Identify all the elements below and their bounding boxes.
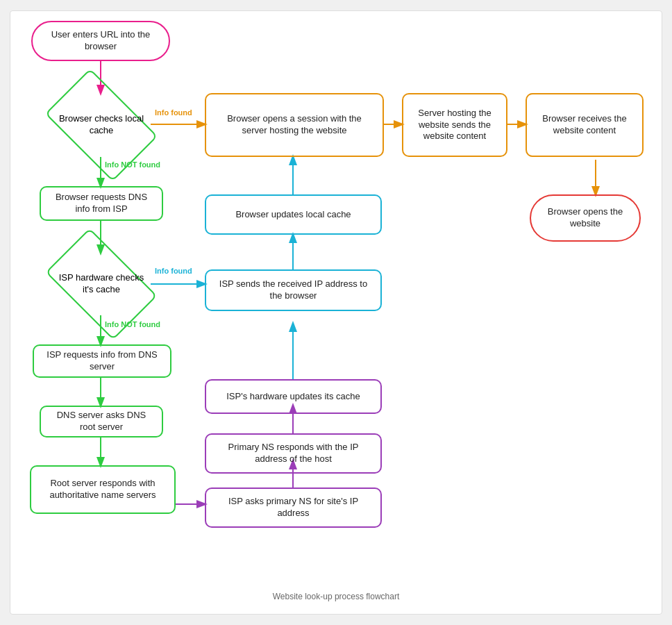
browser-requests-dns-node: Browser requests DNS info from ISP: [40, 186, 163, 221]
browser-opens-node: Browser opens the website: [530, 194, 641, 242]
server-sends-node: Server hosting the website sends the web…: [402, 93, 507, 157]
browser-cache-diamond: Browser checks local cache: [53, 93, 149, 157]
flowchart-caption: Website look-up process flowchart: [10, 592, 662, 601]
info-found-label-blue: Info found: [155, 267, 192, 275]
flowchart-canvas: User enters URL into the browser Browser…: [10, 10, 662, 615]
isp-hw-updates-node: ISP's hardware updates its cache: [205, 379, 382, 414]
browser-opens-session-node: Browser opens a session with the server …: [205, 93, 384, 157]
isp-requests-node: ISP requests info from DNS server: [33, 344, 171, 378]
isp-sends-ip-node: ISP sends the received IP address to the…: [205, 269, 382, 311]
browser-updates-cache-node: Browser updates local cache: [205, 194, 382, 235]
info-not-found-label-2: Info NOT found: [105, 320, 160, 328]
root-server-node: Root server responds with authoritative …: [30, 465, 176, 514]
browser-receives-node: Browser receives the website content: [526, 93, 644, 157]
primary-ns-node: Primary NS responds with the IP address …: [205, 433, 382, 474]
info-not-found-label-1: Info NOT found: [105, 160, 160, 169]
isp-asks-ns-node: ISP asks primary NS for site's IP addres…: [205, 488, 382, 528]
dns-asks-node: DNS server asks DNS root server: [40, 406, 163, 438]
isp-cache-diamond: ISP hardware checks it's cache: [53, 253, 149, 315]
info-found-label-orange: Info found: [155, 108, 192, 117]
user-url-node: User enters URL into the browser: [31, 21, 170, 61]
